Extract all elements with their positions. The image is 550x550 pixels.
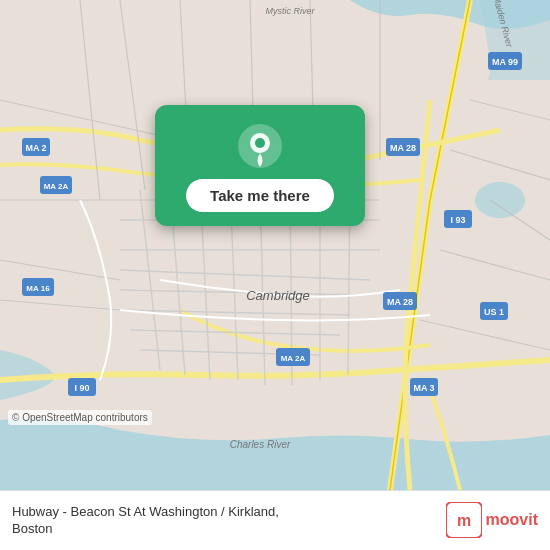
moovit-wordmark: moovit <box>486 511 538 529</box>
svg-text:Mystic River: Mystic River <box>266 6 316 16</box>
location-pin-icon <box>237 123 283 169</box>
svg-text:Charles River: Charles River <box>230 439 291 450</box>
bottom-bar: Hubway - Beacon St At Washington / Kirkl… <box>0 490 550 550</box>
svg-text:MA 28: MA 28 <box>390 143 416 153</box>
moovit-icon: m <box>446 502 482 538</box>
svg-text:MA 99: MA 99 <box>492 57 518 67</box>
svg-text:MA 2: MA 2 <box>25 143 46 153</box>
svg-text:MA 2A: MA 2A <box>44 182 69 191</box>
location-card: Take me there <box>155 105 365 226</box>
svg-text:Cambridge: Cambridge <box>246 288 310 303</box>
svg-text:MA 2A: MA 2A <box>281 354 306 363</box>
svg-text:MA 16: MA 16 <box>26 284 50 293</box>
map-container: MA 2 MA 2A MA 28 MA 99 I 93 MA 16 MA 28 … <box>0 0 550 490</box>
moovit-logo: m moovit <box>446 502 538 538</box>
svg-point-1 <box>475 182 525 218</box>
svg-point-61 <box>255 138 265 148</box>
osm-attribution: © OpenStreetMap contributors <box>8 410 152 425</box>
svg-text:m: m <box>456 512 470 529</box>
station-info: Hubway - Beacon St At Washington / Kirkl… <box>12 504 279 538</box>
svg-text:US 1: US 1 <box>484 307 504 317</box>
svg-text:MA 28: MA 28 <box>387 297 413 307</box>
station-name: Hubway - Beacon St At Washington / Kirkl… <box>12 504 279 519</box>
city-name: Boston <box>12 521 52 536</box>
take-me-there-button[interactable]: Take me there <box>186 179 334 212</box>
svg-text:I 93: I 93 <box>450 215 465 225</box>
svg-text:I 90: I 90 <box>74 383 89 393</box>
svg-text:MA 3: MA 3 <box>413 383 434 393</box>
